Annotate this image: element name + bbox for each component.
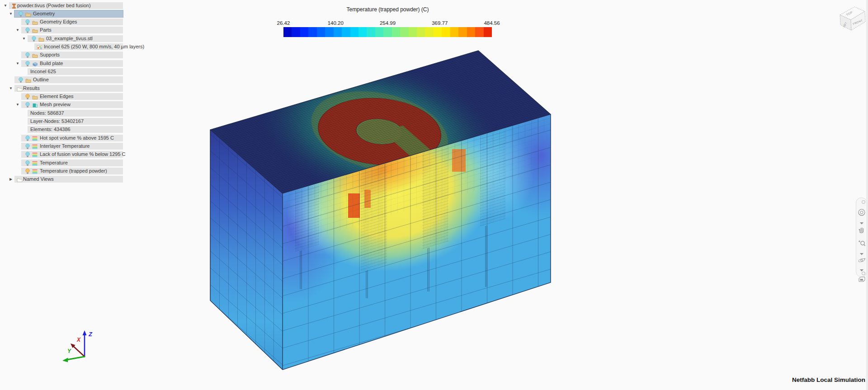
- tree-row-label: Geometry Edges: [40, 19, 77, 25]
- tree-row-label: Layer-Nodes: 53402167: [30, 118, 84, 125]
- legend-color-band: [392, 27, 400, 37]
- tree-row-label: Nodes: 586837: [30, 110, 64, 117]
- legend-color-band: [334, 27, 342, 37]
- tree-row-elements-434386[interactable]: Elements: 434386: [28, 126, 123, 133]
- tree-row-outline[interactable]: Outline: [14, 76, 123, 83]
- legend-color-band: [434, 27, 442, 37]
- bulb-icon[interactable]: [25, 52, 30, 60]
- tree-row-geometry[interactable]: Geometry: [14, 10, 123, 17]
- tree-expand-arrow[interactable]: ▼: [15, 27, 20, 33]
- tree-expand-arrow[interactable]: ▼: [3, 2, 8, 9]
- axis-x-label: X: [76, 337, 81, 343]
- tree-expand-arrow[interactable]: ▼: [8, 10, 14, 17]
- legend-tick: 26.42: [277, 20, 290, 26]
- tree-row-nodes-586837[interactable]: Nodes: 586837: [28, 110, 123, 117]
- tree-row-hot-spot-volume-above-1595-c[interactable]: Hot spot volume % above 1595 C: [21, 135, 123, 141]
- pan-hand-icon[interactable]: [857, 225, 866, 234]
- legend-color-band: [325, 27, 333, 37]
- bulb-icon[interactable]: [25, 102, 30, 110]
- legend-color-band: [467, 27, 475, 37]
- tree-row-powder-tivus-powder-bed-fusion[interactable]: powder.tivus (Powder bed fusion): [9, 2, 123, 9]
- tree-row-results[interactable]: Results: [14, 85, 123, 92]
- tree-row-lack-of-fusion-volume-below-1295-c[interactable]: Lack of fusion volume % below 1295 C: [21, 151, 123, 158]
- tree-row-label: Supports: [40, 52, 60, 58]
- legend-color-band: [409, 27, 417, 37]
- tree-row-build-plate[interactable]: Build plate: [21, 60, 123, 67]
- tree-row-label: Inconel 625 (250 W, 800 mm/s, 40 µm laye…: [44, 43, 144, 50]
- tree-expand-arrow[interactable]: ▼: [21, 35, 27, 42]
- legend-color-band: [450, 27, 458, 37]
- legend-color-band: [425, 27, 433, 37]
- tree-row-geometry-edges[interactable]: Geometry Edges: [21, 19, 123, 25]
- bulb-icon[interactable]: [25, 135, 30, 143]
- viewcube[interactable]: TOP LEFT FRONT: [840, 7, 865, 30]
- axis-triad: Z X Y: [62, 330, 93, 362]
- bulb-icon[interactable]: [18, 11, 24, 19]
- tree-expand-arrow[interactable]: ▼: [15, 60, 20, 67]
- bulb-icon[interactable]: [25, 143, 30, 151]
- bulb-icon[interactable]: [25, 160, 30, 168]
- look-at-box-icon[interactable]: [857, 275, 866, 284]
- legend-color-band: [475, 27, 483, 37]
- bulb-icon[interactable]: [25, 19, 30, 27]
- tree-row-03-example-tivus-stl[interactable]: 03_example_tivus.stl: [28, 35, 123, 42]
- tree-row-temperature[interactable]: Temperature: [21, 160, 123, 166]
- rainbow-icon: [32, 160, 38, 168]
- bulb-on-icon[interactable]: [25, 94, 30, 102]
- tree-row-label: Lack of fusion volume % below 1295 C: [40, 151, 126, 158]
- folder-plain-icon: [17, 85, 23, 94]
- legend-color-band: [342, 27, 350, 37]
- tree-row-interlayer-temperature[interactable]: Interlayer Temperature: [21, 143, 123, 150]
- tree-row-supports[interactable]: Supports: [21, 52, 123, 58]
- zoom-icon[interactable]: [857, 239, 866, 248]
- legend-color-band: [300, 27, 308, 37]
- tree-row-label: Elements: 434386: [30, 126, 71, 133]
- legend-color-band: [484, 27, 492, 37]
- tree-row-label: Outline: [33, 76, 49, 83]
- tree-expand-arrow[interactable]: ▼: [8, 85, 14, 92]
- app-brand: Netfabb Local Simulation: [792, 376, 865, 383]
- tree-expand-arrow[interactable]: ▶: [8, 176, 14, 183]
- bulb-icon[interactable]: [18, 77, 24, 85]
- orbit-icon[interactable]: [857, 256, 866, 265]
- caret-down-icon[interactable]: [857, 266, 866, 275]
- rainbow-icon: [32, 143, 38, 151]
- bulb-icon[interactable]: [31, 36, 37, 44]
- tree-row-label: Mesh preview: [40, 101, 71, 108]
- legend-tick: 254.99: [380, 20, 396, 26]
- bulb-icon[interactable]: [25, 151, 30, 160]
- tree-row-layer-nodes-53402167[interactable]: Layer-Nodes: 53402167: [28, 118, 123, 125]
- plate-icon: [32, 61, 38, 69]
- legend-color-band: [458, 27, 467, 37]
- mesh-icon: [32, 102, 38, 110]
- rainbow-icon: [32, 135, 38, 143]
- legend-color-band: [283, 27, 292, 37]
- gear-dot-icon[interactable]: [861, 200, 866, 204]
- rainbow-icon: [32, 168, 38, 176]
- tree-row-named-views[interactable]: Named Views: [14, 176, 123, 183]
- tree-row-label: Hot spot volume % above 1595 C: [40, 135, 114, 141]
- legend-title: Temperature (trapped powder) (C): [283, 6, 492, 13]
- tree-row-label: Element Edges: [40, 93, 74, 100]
- tree-row-element-edges[interactable]: Element Edges: [21, 93, 123, 100]
- full-navigation-wheel-icon[interactable]: [857, 208, 866, 217]
- bulb-icon[interactable]: [25, 61, 30, 69]
- legend-color-band: [308, 27, 316, 37]
- legend-color-band: [383, 27, 392, 37]
- navigation-toolbar: [856, 197, 867, 277]
- bulb-on-icon[interactable]: [25, 168, 30, 176]
- legend-color-band: [375, 27, 383, 37]
- tree-row-label: Temperature: [40, 160, 68, 166]
- project-tree: ▼powder.tivus (Powder bed fusion)▼Geomet…: [0, 0, 136, 194]
- bulb-icon[interactable]: [25, 27, 30, 35]
- tree-row-inconel-625[interactable]: Inconel 625: [28, 68, 123, 75]
- tree-row-inconel-625-250-w-800-mm-s-40-m-layers[interactable]: Inconel 625 (250 W, 800 mm/s, 40 µm laye…: [34, 43, 123, 50]
- tree-expand-arrow[interactable]: ▼: [15, 101, 20, 108]
- tree-row-parts[interactable]: Parts: [21, 27, 123, 33]
- tree-row-label: Parts: [40, 27, 52, 33]
- legend-color-band: [367, 27, 375, 37]
- tree-row-label: Temperature (trapped powder): [40, 168, 107, 174]
- tree-row-temperature-trapped-powder[interactable]: Temperature (trapped powder): [21, 168, 123, 174]
- tree-row-mesh-preview[interactable]: Mesh preview: [21, 101, 123, 108]
- legend-tick-labels: 26.42140.20254.99369.77484.56: [283, 20, 492, 27]
